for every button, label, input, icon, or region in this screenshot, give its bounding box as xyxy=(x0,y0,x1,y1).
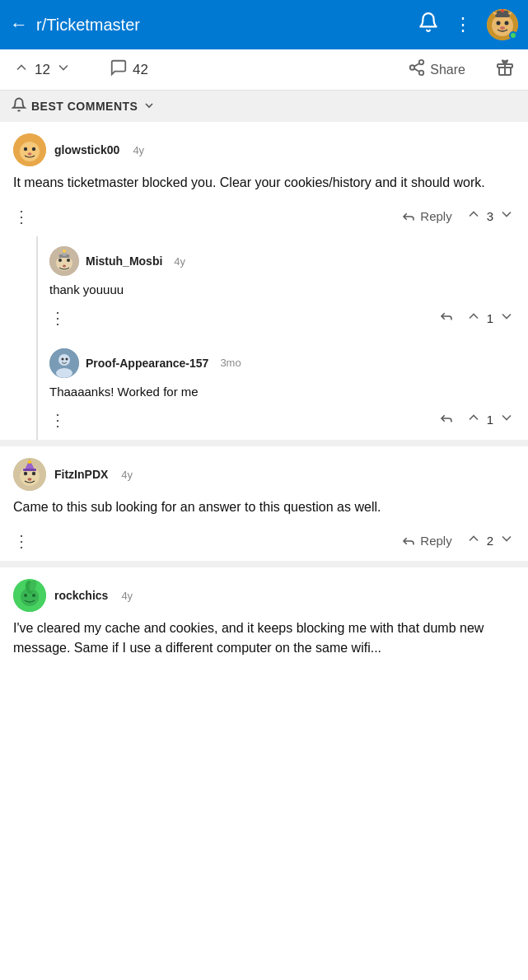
reply-downvote[interactable] xyxy=(498,409,515,430)
svg-point-25 xyxy=(58,259,62,262)
svg-point-37 xyxy=(66,357,68,360)
reply-vote-count: 1 xyxy=(487,413,493,427)
svg-point-42 xyxy=(28,478,32,481)
reply-text: thank youuuu xyxy=(49,281,515,300)
svg-line-14 xyxy=(414,63,419,67)
svg-point-29 xyxy=(63,250,66,253)
reply-more-options[interactable]: ⋮ xyxy=(49,410,66,430)
reply-button[interactable]: Reply xyxy=(401,534,451,548)
upvote-section: 12 xyxy=(13,59,72,80)
reply-button[interactable]: Reply xyxy=(401,209,451,224)
reply-timestamp: 4y xyxy=(174,255,185,268)
reply-upvote[interactable] xyxy=(465,308,482,329)
comment-actions: ⋮ Reply 2 xyxy=(13,525,515,561)
avatar xyxy=(13,579,46,612)
comment-timestamp: 4y xyxy=(133,144,144,156)
more-options-button[interactable]: ⋮ xyxy=(13,207,30,226)
comment-header: rockchics 4y xyxy=(13,579,515,612)
replies-section: Mistuh_Mosbi 4y thank youuuu ⋮ 1 xyxy=(36,236,515,440)
share-label: Share xyxy=(430,63,465,77)
share-icon xyxy=(408,58,426,81)
sort-chevron-icon xyxy=(143,99,156,114)
svg-point-31 xyxy=(54,253,59,259)
comment-count: 42 xyxy=(133,62,148,78)
avatar xyxy=(49,246,79,276)
online-indicator xyxy=(509,31,517,40)
app-header: ← r/Ticketmaster ⋮ xyxy=(0,0,528,49)
comments-section: glowstick00 4y It means ticketmaster blo… xyxy=(0,122,528,658)
svg-rect-44 xyxy=(23,469,36,471)
back-button[interactable]: ← xyxy=(10,14,28,35)
upvote-icon[interactable] xyxy=(13,59,30,80)
gift-section[interactable] xyxy=(495,58,515,82)
comment-header: glowstick00 4y xyxy=(13,133,515,166)
comment-section: 42 xyxy=(110,58,148,81)
downvote-button[interactable] xyxy=(498,206,515,226)
svg-point-3 xyxy=(505,21,509,26)
reply-reply-icon[interactable] xyxy=(439,411,454,429)
reply-header: Mistuh_Mosbi 4y xyxy=(49,246,515,276)
downvote-button[interactable] xyxy=(498,530,515,551)
svg-point-12 xyxy=(419,71,424,76)
svg-point-2 xyxy=(497,21,501,26)
avatar xyxy=(49,348,79,378)
svg-point-30 xyxy=(63,265,66,268)
comment-icon[interactable] xyxy=(110,58,128,81)
upvote-button[interactable] xyxy=(465,206,482,226)
sort-bar[interactable]: BEST COMMENTS xyxy=(0,91,528,122)
avatar xyxy=(13,133,46,166)
vote-count: 2 xyxy=(487,534,493,548)
sort-label: BEST COMMENTS xyxy=(31,100,138,113)
svg-point-22 xyxy=(28,152,32,156)
avatar xyxy=(13,458,46,491)
reply-vote-section: 1 xyxy=(465,308,515,329)
reply-vote-section: 1 xyxy=(465,409,515,430)
comment-item: rockchics 4y I've cleared my cache and c… xyxy=(0,567,528,658)
svg-point-4 xyxy=(500,26,505,30)
reply-actions: ⋮ 1 xyxy=(49,406,515,440)
svg-point-52 xyxy=(24,594,27,597)
comment-item: FitzInPDX 4y Came to this sub looking fo… xyxy=(0,446,528,567)
header-actions: ⋮ xyxy=(418,9,518,40)
vote-count: 3 xyxy=(487,209,493,223)
notification-icon[interactable] xyxy=(418,12,439,38)
vote-section: 2 xyxy=(465,530,515,551)
share-section[interactable]: Share xyxy=(408,58,465,81)
comment-username: FitzInPDX xyxy=(54,468,108,481)
more-options-icon[interactable]: ⋮ xyxy=(454,14,472,35)
vote-section: 3 xyxy=(465,206,515,226)
upvote-button[interactable] xyxy=(465,530,482,551)
reply-more-options[interactable]: ⋮ xyxy=(49,308,66,328)
comment-timestamp: 4y xyxy=(121,469,133,481)
svg-point-9 xyxy=(501,9,504,12)
reply-text: Thaaaanks! Worked for me xyxy=(49,383,515,402)
post-action-bar: 12 42 Share xyxy=(0,49,528,91)
comment-text: I've cleared my cache and cookies, and i… xyxy=(13,618,515,658)
reply-username: Mistuh_Mosbi xyxy=(86,254,162,268)
reply-reply-icon[interactable] xyxy=(439,309,454,327)
more-options-button[interactable]: ⋮ xyxy=(13,531,30,551)
comment-username: glowstick00 xyxy=(54,143,119,156)
svg-point-11 xyxy=(410,65,415,70)
comment-text: It means ticketmaster blocked you. Clear… xyxy=(13,173,515,193)
reply-item: Proof-Appearance-157 3mo Thaaaanks! Work… xyxy=(49,338,515,441)
comment-timestamp: 4y xyxy=(121,590,133,602)
user-avatar-container[interactable] xyxy=(487,9,518,40)
svg-point-36 xyxy=(62,357,64,360)
svg-line-13 xyxy=(414,68,419,72)
comment-text: Came to this sub looking for an answer t… xyxy=(13,497,515,517)
gift-icon xyxy=(495,58,515,82)
reply-username: Proof-Appearance-157 xyxy=(86,357,208,370)
post-score: 12 xyxy=(35,62,50,78)
reply-upvote[interactable] xyxy=(465,409,482,430)
reply-downvote[interactable] xyxy=(498,308,515,329)
sort-bell-icon xyxy=(12,97,26,115)
svg-point-40 xyxy=(24,472,27,475)
svg-point-53 xyxy=(32,594,35,597)
reply-header: Proof-Appearance-157 3mo xyxy=(49,348,515,378)
downvote-icon[interactable] xyxy=(55,59,72,80)
svg-point-35 xyxy=(56,368,72,378)
svg-point-20 xyxy=(24,147,27,151)
svg-point-21 xyxy=(32,147,35,151)
svg-point-26 xyxy=(67,259,70,262)
